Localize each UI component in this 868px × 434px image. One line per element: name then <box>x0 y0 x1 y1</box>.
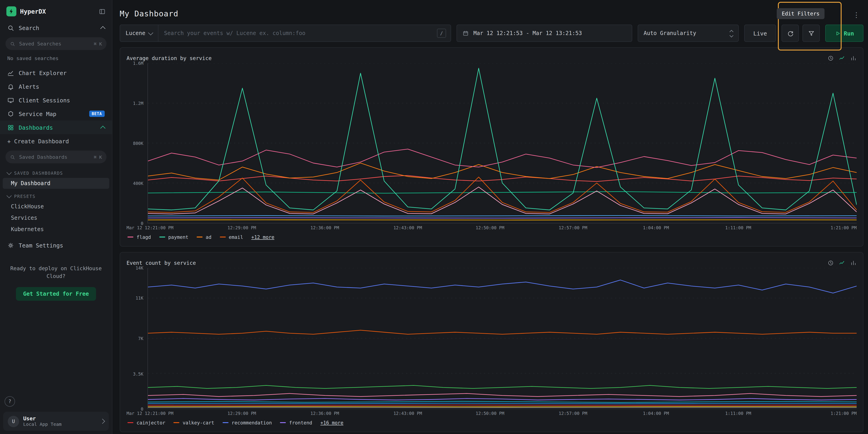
dashboard-tile-avg-duration: Average duration by service 0400K800K1.2… <box>120 47 863 246</box>
dashboard-menu-icon[interactable]: ⋮ <box>853 11 860 19</box>
legend-swatch <box>174 422 179 423</box>
series-line-other-3 <box>148 403 857 404</box>
tile-title: Average duration by service <box>127 55 828 61</box>
saved-dashboards-input[interactable]: ⌘ K <box>5 151 106 163</box>
x-tick-label: 12:43:00 PM <box>394 411 422 416</box>
logo-row: HyperDX <box>0 0 112 21</box>
legend-swatch <box>159 237 165 237</box>
chevron-right-icon <box>100 419 105 424</box>
granularity-value: Auto Granularity <box>644 30 696 36</box>
create-dashboard-button[interactable]: + Create Dashboard <box>0 134 112 148</box>
preset-services[interactable]: Services <box>3 212 109 223</box>
clock-icon[interactable] <box>828 260 834 266</box>
main-content: My Dashboard ⋮ Lucene / Mar 12 12:21:53 … <box>112 0 868 434</box>
presets-section-header[interactable]: PRESETS <box>0 189 112 201</box>
legend-item-email[interactable]: email <box>220 234 243 240</box>
sidebar-item-service-map[interactable]: Service Map BETA <box>0 107 112 121</box>
series-line-other-6 <box>148 176 857 181</box>
legend-label: cainjector <box>136 420 165 425</box>
saved-dashboards-section-header[interactable]: SAVED DASHBOARDS <box>0 166 112 177</box>
legend-item-payment[interactable]: payment <box>159 234 188 240</box>
plot-area[interactable] <box>148 63 857 223</box>
refresh-button[interactable] <box>781 25 799 42</box>
series-line-other-6 <box>148 385 857 388</box>
user-name: User <box>23 415 96 422</box>
nav-label: Alerts <box>19 83 39 90</box>
section-label: SAVED DASHBOARDS <box>14 171 63 176</box>
nav-label: Client Sessions <box>19 97 70 103</box>
legend-item-frontend[interactable]: frontend <box>280 420 312 425</box>
legend-swatch <box>197 237 203 237</box>
create-dashboard-label: + Create Dashboard <box>7 138 69 144</box>
saved-searches-field[interactable] <box>18 40 91 47</box>
x-tick-label: 12:36:00 PM <box>310 411 339 416</box>
saved-searches-input[interactable]: ⌘ K <box>5 37 106 50</box>
sidebar-item-search[interactable]: Search <box>0 21 112 35</box>
x-tick-label: 12:36:00 PM <box>310 225 339 230</box>
page-title: My Dashboard <box>120 0 863 18</box>
filter-actions-group: Edit Filters <box>781 25 820 42</box>
edit-filters-button[interactable] <box>802 25 820 42</box>
y-tick-label: 11K <box>136 296 144 301</box>
legend-item-valkey-cart[interactable]: valkey-cart <box>174 420 214 425</box>
select-chevrons-icon <box>730 28 733 38</box>
get-started-button[interactable]: Get Started for Free <box>16 287 96 300</box>
legend-item-recommendation[interactable]: recommendation <box>223 420 272 425</box>
clock-icon[interactable] <box>828 55 834 61</box>
sidebar-item-client-sessions[interactable]: Client Sessions <box>0 93 112 107</box>
nav-label: Service Map <box>19 110 57 117</box>
bar-chart-icon[interactable] <box>850 55 857 61</box>
legend-swatch <box>127 422 133 423</box>
saved-dashboards-field[interactable] <box>18 154 91 160</box>
sidebar-item-team-settings[interactable]: Team Settings <box>0 238 112 252</box>
y-tick-label: 14K <box>136 265 144 270</box>
time-range-picker[interactable]: Mar 12 12:21:53 - Mar 12 13:21:53 <box>457 25 632 42</box>
legend-more-link[interactable]: +16 more <box>320 420 343 425</box>
granularity-select[interactable]: Auto Granularity <box>638 25 739 42</box>
legend-item-flagd[interactable]: flagd <box>127 234 151 240</box>
query-language-select[interactable]: Lucene <box>120 25 159 41</box>
funnel-icon <box>808 30 814 37</box>
y-tick-label: 1.6M <box>133 61 144 66</box>
preset-kubernetes[interactable]: Kubernetes <box>3 224 109 235</box>
search-icon <box>10 41 15 46</box>
legend-label: ad <box>206 234 211 240</box>
event-search-input[interactable] <box>159 30 437 36</box>
x-tick-label: 12:50:00 PM <box>476 225 504 230</box>
x-axis: Mar 12 12:21:00 PM12:29:00 PM12:36:00 PM… <box>148 223 857 232</box>
legend-item-ad[interactable]: ad <box>197 234 211 240</box>
run-button[interactable]: Run <box>825 25 863 42</box>
bar-chart-icon[interactable] <box>850 260 857 266</box>
sidebar-item-alerts[interactable]: Alerts <box>0 79 112 93</box>
hexagon-icon <box>7 110 14 117</box>
x-tick-label: 12:43:00 PM <box>394 225 422 230</box>
preset-clickhouse[interactable]: ClickHouse <box>3 201 109 212</box>
sidebar-search-label: Search <box>19 24 39 31</box>
x-tick-label: 1:11:00 PM <box>725 225 751 230</box>
line-chart-icon[interactable] <box>839 55 845 61</box>
x-tick-label: 12:57:00 PM <box>559 225 587 230</box>
live-button[interactable]: Live <box>744 25 776 42</box>
x-tick-label: 1:21:00 PM <box>831 225 857 230</box>
nav-label: Team Settings <box>19 242 63 248</box>
legend-more-link[interactable]: +12 more <box>251 234 274 240</box>
user-menu[interactable]: U User Local App Team <box>3 412 109 431</box>
shortcut-hint: ⌘ K <box>94 41 102 46</box>
legend: cainjectorvalkey-cartrecommendationfront… <box>127 418 857 427</box>
app-name: HyperDX <box>20 8 95 15</box>
sidebar-item-dashboards[interactable]: Dashboards <box>0 121 112 134</box>
chart-explorer-icon <box>7 69 14 76</box>
legend-item-cainjector[interactable]: cainjector <box>127 420 165 425</box>
help-icon[interactable]: ? <box>5 396 15 407</box>
x-tick-label: 1:04:00 PM <box>643 411 669 416</box>
line-chart-icon[interactable] <box>839 260 845 266</box>
sidebar-item-chart-explorer[interactable]: Chart Explorer <box>0 66 112 79</box>
saved-dashboard-my-dashboard[interactable]: My Dashboard <box>3 178 109 189</box>
clickhouse-promo-text: Ready to deploy on ClickHouse Cloud? <box>0 265 112 280</box>
beta-badge: BETA <box>89 110 105 117</box>
sidebar-collapse-icon[interactable] <box>99 8 105 15</box>
y-tick-label: 800K <box>133 141 144 146</box>
hyperdx-logo-icon <box>6 6 17 16</box>
plot-area[interactable] <box>148 268 857 409</box>
monitor-icon <box>7 97 14 103</box>
